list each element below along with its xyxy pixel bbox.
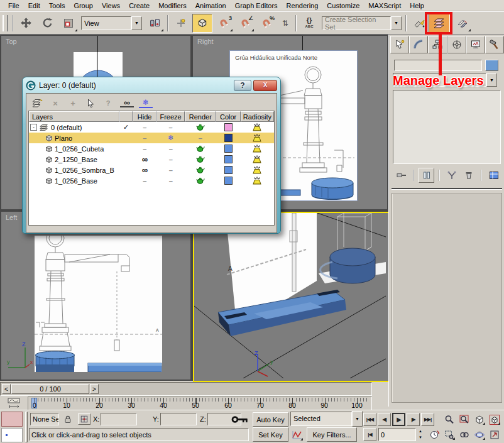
render-toggle[interactable]: [185, 124, 216, 131]
layer-manager-button[interactable]: [429, 14, 450, 33]
coord-dropdown-arrow[interactable]: ▼: [131, 16, 142, 30]
frame-spinner[interactable]: ▲ ▼: [417, 428, 424, 441]
radiosity-toggle[interactable]: [241, 123, 274, 131]
freeze-toggle[interactable]: –: [156, 145, 185, 153]
layer-row[interactable]: Plano – ❄ –: [29, 133, 274, 143]
color-swatch[interactable]: [224, 145, 233, 153]
key-filters-button[interactable]: Key Filters...: [307, 427, 357, 442]
menu-views[interactable]: Views: [97, 1, 124, 10]
hide-toggle[interactable]: –: [133, 134, 156, 142]
key-icon-wrap[interactable]: [231, 415, 249, 425]
column-color[interactable]: Color: [216, 111, 240, 122]
selection-set-arrow[interactable]: ▼: [391, 16, 402, 30]
tab-create[interactable]: [390, 36, 409, 53]
color-swatch[interactable]: [224, 177, 233, 185]
snap-toggle-3d-button[interactable]: 3: [214, 14, 234, 33]
menu-graph-editors[interactable]: Graph Editors: [231, 1, 282, 10]
render-toggle[interactable]: [185, 156, 216, 163]
toolbar-grip[interactable]: [3, 15, 8, 31]
time-configuration-button[interactable]: [427, 428, 441, 441]
snaps-toggle-button[interactable]: [192, 14, 212, 33]
color-swatch[interactable]: [224, 166, 233, 174]
isolate-tool-button[interactable]: [409, 14, 429, 33]
zoom-extents-button[interactable]: [473, 413, 486, 426]
freeze-toggle[interactable]: –: [156, 156, 185, 163]
layer-row[interactable]: 2_1250_Base ∞ –: [29, 154, 274, 165]
dialog-title-bar[interactable]: Layer: 0 (default) ? X: [23, 77, 280, 93]
spinner-snap-button[interactable]: ⇅: [278, 14, 293, 33]
zoom-button[interactable]: [442, 413, 456, 426]
x-coordinate-field[interactable]: [101, 413, 137, 425]
edit-named-selection-sets-button[interactable]: {} ABC: [299, 14, 319, 33]
viewport-top-label[interactable]: Top: [6, 38, 17, 45]
select-and-move-button[interactable]: [16, 14, 36, 33]
set-key-filters-curve-button[interactable]: [290, 427, 304, 442]
rollout-area[interactable]: [392, 193, 502, 403]
layer-row[interactable]: 1_0256_Cubeta – –: [29, 143, 274, 154]
freeze-toggle[interactable]: –: [156, 167, 185, 174]
render-toggle[interactable]: [185, 167, 216, 173]
layer-color-cell[interactable]: [216, 145, 241, 153]
pin-stack-button[interactable]: [394, 168, 408, 182]
menu-rendering[interactable]: Rendering: [282, 1, 323, 10]
time-slider[interactable]: < 0 / 100 >: [0, 382, 372, 396]
key-filter-arrow[interactable]: ▼: [352, 411, 363, 427]
render-toggle[interactable]: –: [185, 134, 216, 142]
current-layer-mark[interactable]: ✓: [119, 123, 133, 131]
configure-modifier-sets-button[interactable]: [486, 168, 502, 182]
tab-hierarchy[interactable]: [428, 36, 447, 53]
expand-toggle[interactable]: -: [30, 124, 37, 131]
play-button[interactable]: ▶: [392, 413, 405, 426]
make-unique-button[interactable]: [444, 168, 459, 182]
freeze-toggle[interactable]: ❄: [156, 134, 185, 142]
maximize-viewport-toggle[interactable]: [488, 428, 501, 441]
layer-manager-dialog[interactable]: Layer: 0 (default) ? X × + ? ∞ ❄: [22, 77, 281, 234]
next-frame-button[interactable]: |▶: [407, 413, 420, 426]
viewport-left[interactable]: Left: [1, 212, 190, 380]
key-mode-toggle-button[interactable]: |◀: [363, 428, 376, 441]
color-swatch[interactable]: [224, 123, 233, 131]
viewport-right-label[interactable]: Right: [197, 38, 214, 45]
macro-recorder-pane[interactable]: [1, 412, 23, 427]
menu-edit[interactable]: Edit: [24, 1, 45, 10]
modifier-stack-list[interactable]: [393, 90, 501, 164]
column-radiosity[interactable]: Radiosity: [241, 111, 274, 122]
arc-rotate-button[interactable]: [473, 428, 486, 441]
viewport-perspective[interactable]: A: [193, 212, 390, 382]
menu-modifiers[interactable]: Modifiers: [154, 1, 191, 10]
delete-layer-button[interactable]: ×: [47, 99, 63, 108]
object-color-swatch[interactable]: [485, 60, 498, 71]
align-button[interactable]: [452, 14, 472, 33]
render-toggle[interactable]: [185, 177, 216, 184]
menu-maxscript[interactable]: MAXScript: [364, 1, 405, 10]
layer-color-cell[interactable]: [216, 134, 241, 142]
new-layer-button[interactable]: [28, 99, 46, 108]
zoom-extents-all-button[interactable]: [488, 413, 501, 426]
angle-snap-button[interactable]: ∠: [235, 14, 255, 33]
column-layers[interactable]: Layers: [29, 111, 119, 122]
freeze-toggle[interactable]: –: [156, 177, 185, 185]
pan-button[interactable]: [457, 428, 471, 441]
auto-key-button[interactable]: Auto Key: [253, 412, 288, 427]
select-layer-button[interactable]: [82, 99, 99, 107]
listener-splitter[interactable]: [25, 412, 28, 442]
viewport-left-label[interactable]: Left: [6, 214, 17, 221]
select-and-scale-button[interactable]: [58, 14, 79, 33]
set-key-button[interactable]: Set Key: [253, 427, 288, 442]
named-selection-set-dropdown[interactable]: Create Selection Set ▼: [322, 17, 402, 30]
y-coordinate-field[interactable]: [160, 413, 197, 425]
column-freeze[interactable]: Freeze: [156, 111, 185, 122]
select-and-manipulate-button[interactable]: [171, 14, 191, 33]
spinner-up-icon[interactable]: ▲: [419, 429, 422, 433]
zoom-all-button[interactable]: [457, 413, 471, 426]
hide-toggle[interactable]: ∞: [133, 165, 156, 175]
menu-create[interactable]: Create: [124, 1, 154, 10]
hide-all-button[interactable]: ∞: [120, 99, 134, 107]
go-to-end-button[interactable]: ▶▶|: [421, 413, 434, 426]
layer-color-cell[interactable]: [216, 155, 241, 163]
radiosity-toggle[interactable]: [241, 166, 274, 174]
radiosity-toggle[interactable]: [241, 177, 274, 185]
hide-toggle[interactable]: –: [133, 177, 156, 185]
dialog-help-button[interactable]: ?: [234, 80, 251, 91]
tab-utilities[interactable]: [485, 36, 504, 53]
